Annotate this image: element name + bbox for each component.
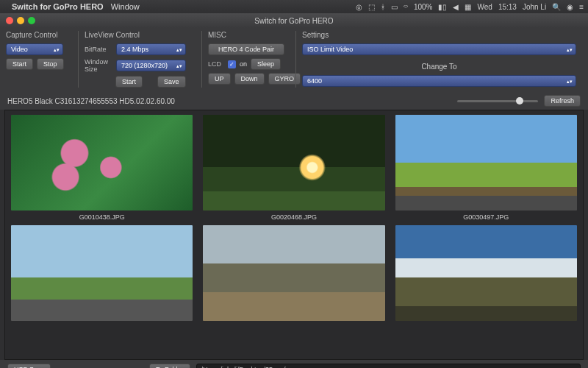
- thumbnail[interactable]: G0010438.JPG: [11, 115, 193, 221]
- thumbnail-filename: G0030497.JPG: [463, 213, 509, 221]
- window-size-select[interactable]: 720 (1280x720) ▴▾: [116, 60, 186, 71]
- settings-title: Settings: [302, 31, 576, 39]
- slider-knob[interactable]: [516, 97, 523, 105]
- thumbnail[interactable]: [11, 225, 193, 321]
- location-icon[interactable]: ◎: [356, 3, 362, 11]
- capture-title: Capture Control: [6, 31, 66, 39]
- thumbnail-filename: G0020468.JPG: [271, 213, 317, 221]
- siri-icon[interactable]: ◉: [567, 3, 573, 11]
- battery-icon[interactable]: ▮▯: [438, 3, 447, 11]
- user-name[interactable]: John Li: [523, 3, 546, 11]
- panel-settings: Settings ISO Limit Video ▴▾ Change To 64…: [295, 31, 582, 88]
- capture-start-button[interactable]: Start: [6, 58, 33, 70]
- thumbnail-image[interactable]: [203, 225, 384, 321]
- window-menu[interactable]: Window: [111, 2, 140, 11]
- chevron-updown-icon: ▴▾: [567, 79, 573, 84]
- misc-title: MISC: [208, 31, 284, 39]
- clock-day[interactable]: Wed: [477, 3, 492, 11]
- volume-icon[interactable]: ◀: [453, 3, 459, 11]
- input-icon[interactable]: ▦: [465, 3, 471, 11]
- chevron-updown-icon: ▴▾: [567, 47, 573, 52]
- thumbnail-filename: G0010438.JPG: [79, 213, 125, 221]
- liveview-title: LiveView Control: [85, 31, 190, 39]
- window-title: Switch for GoPro HERO: [0, 17, 588, 25]
- up-button[interactable]: UP: [208, 73, 231, 85]
- thumbnail-image[interactable]: [395, 115, 577, 210]
- settings-value: 6400: [307, 77, 322, 85]
- bitrate-select[interactable]: 2.4 Mbps ▴▾: [116, 43, 186, 55]
- thumbnail[interactable]: [395, 225, 577, 321]
- thumbnail-image[interactable]: [395, 225, 577, 321]
- capture-mode-value: Video: [11, 46, 28, 53]
- menubar-status-area: ◎ ⬚ ᚼ ▭ ⌔ 100% ▮▯ ◀ ▦ Wed 15:13 John Li …: [356, 3, 584, 11]
- sleep-button[interactable]: Sleep: [251, 58, 281, 70]
- usb-sync-button[interactable]: USB Sync: [7, 364, 51, 368]
- thumbnail-image[interactable]: [11, 115, 193, 210]
- to-folder-button[interactable]: To Folder: [149, 364, 190, 368]
- change-to-label: Change To: [302, 58, 576, 72]
- battery-percent: 100%: [414, 3, 433, 11]
- lcd-on-checkbox[interactable]: ✓: [228, 60, 236, 68]
- panel-capture-control: Capture Control Video ▴▾ Start Stop: [6, 31, 72, 88]
- thumbnail[interactable]: G0030497.JPG: [395, 115, 577, 221]
- thumbnail-size-slider[interactable]: [457, 100, 538, 102]
- chevron-updown-icon: ▴▾: [176, 47, 182, 52]
- window-titlebar[interactable]: Switch for GoPro HERO: [0, 13, 588, 28]
- bitrate-value: 2.4 Mbps: [121, 46, 148, 53]
- chevron-updown-icon: ▴▾: [176, 63, 182, 68]
- down-button[interactable]: Down: [234, 73, 265, 85]
- display-icon[interactable]: ▭: [391, 3, 398, 11]
- device-row: HERO5 Black C31613274655553 HD5.02.02.60…: [0, 92, 588, 110]
- dropbox-icon[interactable]: ⬚: [368, 3, 375, 11]
- refresh-button[interactable]: Refresh: [544, 95, 581, 107]
- window-size-label: Window Size: [85, 58, 112, 73]
- window-size-value: 720 (1280x720): [121, 62, 168, 69]
- gallery-scroll[interactable]: G0010438.JPGG0020468.JPGG0030497.JPG: [4, 110, 584, 360]
- thumbnail[interactable]: [203, 225, 384, 321]
- panel-liveview-control: LiveView Control BitRate 2.4 Mbps ▴▾ Win…: [78, 31, 196, 88]
- bottom-bar: USB Sync To Folder /Users/johnli/Desktop…: [0, 360, 588, 368]
- chevron-updown-icon: ▴▾: [54, 47, 60, 52]
- liveview-start-button[interactable]: Start: [115, 76, 143, 88]
- settings-top-value: ISO Limit Video: [307, 46, 353, 53]
- folder-path-field[interactable]: /Users/johnli/Desktop/35mm/: [196, 364, 581, 368]
- lcd-label: LCD: [208, 60, 224, 68]
- bluetooth-icon[interactable]: ᚼ: [381, 3, 385, 11]
- capture-mode-select[interactable]: Video ▴▾: [6, 43, 63, 55]
- gallery-grid: G0010438.JPGG0020468.JPGG0030497.JPG: [5, 110, 583, 325]
- settings-top-select[interactable]: ISO Limit Video ▴▾: [302, 43, 576, 55]
- settings-value-select[interactable]: 6400 ▴▾: [302, 75, 576, 87]
- macos-menubar: Switch for GoPro HERO Window ◎ ⬚ ᚼ ▭ ⌔ 1…: [0, 0, 588, 13]
- app-menu[interactable]: Switch for GoPro HERO: [12, 2, 104, 11]
- device-name: HERO5 Black C31613274655553 HD5.02.02.60…: [7, 97, 175, 105]
- thumbnail[interactable]: G0020468.JPG: [203, 115, 384, 221]
- lcd-on-label: on: [240, 60, 247, 68]
- clock-time[interactable]: 15:13: [498, 3, 517, 11]
- panel-misc: MISC HERO 4 Code Pair LCD ✓ on Sleep UP …: [201, 31, 290, 88]
- thumbnail-image[interactable]: [203, 115, 384, 210]
- capture-stop-button[interactable]: Stop: [37, 58, 64, 70]
- wifi-icon[interactable]: ⌔: [404, 3, 408, 11]
- hero4-code-pair-button[interactable]: HERO 4 Code Pair: [208, 43, 284, 55]
- liveview-save-button[interactable]: Save: [157, 76, 186, 88]
- thumbnail-image[interactable]: [11, 225, 193, 321]
- notification-center-icon[interactable]: ≡: [579, 3, 584, 11]
- bitrate-label: BitRate: [85, 46, 112, 53]
- spotlight-icon[interactable]: 🔍: [552, 3, 561, 11]
- control-panels: Capture Control Video ▴▾ Start Stop Live…: [0, 28, 588, 92]
